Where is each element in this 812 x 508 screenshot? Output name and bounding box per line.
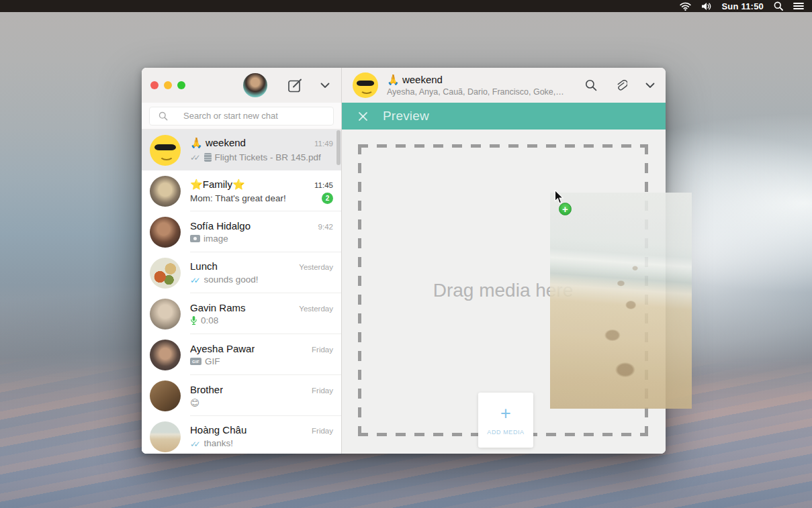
chat-list-item-weekend[interactable]: 🙏 weekend 11:49 Flight Tickets - BR 145.…	[142, 130, 341, 170]
chat-list-item-hoang[interactable]: Hoàng Châu Friday thanks!	[142, 416, 341, 454]
chat-preview: 0:08	[201, 315, 218, 325]
avatar	[150, 299, 181, 329]
read-receipt-icon	[190, 151, 201, 163]
conversation-members: Ayesha, Anya, Cauã, Dario, Francisco, Go…	[387, 87, 565, 97]
chat-list-item-lunch[interactable]: Lunch Yesterday sounds good!	[142, 252, 341, 293]
chat-preview: GIF	[205, 356, 220, 366]
avatar	[150, 421, 181, 452]
scrollbar-thumb[interactable]	[336, 130, 341, 165]
menu-clock[interactable]: Sun 11:50	[722, 1, 764, 11]
wifi-icon[interactable]	[680, 2, 691, 11]
chat-name: Sofía Hidalgo	[190, 220, 251, 232]
conversation-title: 🙏 weekend	[387, 74, 565, 86]
chat-sidebar: 🙏 weekend 11:49 Flight Tickets - BR 145.…	[142, 68, 342, 454]
chat-name: 🙏 weekend	[190, 137, 246, 149]
preview-bar: Preview	[342, 103, 666, 130]
chat-list-item-sofia[interactable]: Sofía Hidalgo 9:42 image	[142, 211, 341, 252]
search-in-chat-icon[interactable]	[585, 79, 597, 91]
camera-icon	[190, 235, 200, 242]
chat-list: 🙏 weekend 11:49 Flight Tickets - BR 145.…	[142, 130, 341, 454]
unread-count-badge: 2	[322, 193, 333, 204]
sunglasses-emoji-avatar	[150, 135, 181, 166]
conversation-header: 🙏 weekend Ayesha, Anya, Cauã, Dario, Fra…	[342, 68, 666, 103]
chat-time: 9:42	[318, 223, 333, 231]
chat-preview: Mom: That's great dear!	[190, 193, 286, 203]
chat-list-item-brother[interactable]: Brother Friday 😊	[142, 375, 341, 416]
window-controls	[150, 81, 185, 89]
chat-preview: thanks!	[204, 438, 234, 448]
chevron-down-icon[interactable]	[645, 83, 655, 89]
attach-paperclip-icon[interactable]	[615, 79, 627, 92]
drag-add-plus-badge	[559, 203, 572, 215]
read-receipt-icon	[190, 438, 201, 450]
sidebar-header	[142, 68, 341, 103]
search-box[interactable]	[149, 107, 334, 125]
user-profile-avatar[interactable]	[243, 73, 267, 97]
avatar	[150, 217, 181, 248]
document-icon	[204, 153, 212, 162]
notification-center-icon[interactable]	[793, 2, 804, 10]
search-input[interactable]	[168, 111, 333, 121]
chat-list-item-ayesha[interactable]: Ayesha Pawar Friday GIF	[142, 334, 341, 375]
chat-list-item-gavin[interactable]: Gavin Rams Yesterday 0:08	[142, 293, 341, 334]
search-row	[142, 103, 341, 130]
chat-list-item-family[interactable]: ⭐Family⭐ 11:45 Mom: That's great dear! 2	[142, 170, 341, 211]
close-preview-icon[interactable]	[358, 111, 368, 121]
chat-name: Hoàng Châu	[190, 424, 246, 436]
chevron-down-icon[interactable]	[320, 83, 330, 89]
chat-preview: image	[204, 234, 228, 244]
chat-time: Friday	[312, 346, 333, 354]
chat-preview: 😊	[190, 397, 199, 408]
conversation-titles: 🙏 weekend Ayesha, Anya, Cauã, Dario, Fra…	[387, 74, 565, 97]
chat-time: 11:45	[314, 181, 333, 189]
chat-preview: Flight Tickets - BR 145.pdf	[215, 152, 321, 162]
chat-time: Friday	[312, 387, 333, 395]
minimize-window-button[interactable]	[164, 81, 172, 89]
preview-title: Preview	[383, 109, 429, 123]
plus-icon: +	[500, 405, 511, 423]
chat-name: Ayesha Pawar	[190, 343, 255, 354]
gif-icon	[190, 358, 201, 365]
chat-time: 11:49	[314, 140, 333, 148]
read-receipt-icon	[190, 274, 201, 286]
chat-preview: sounds good!	[204, 274, 259, 285]
dragged-media-thumbnail[interactable]	[550, 193, 692, 409]
avatar	[150, 176, 181, 207]
chat-name: Gavin Rams	[190, 302, 246, 313]
avatar	[150, 340, 181, 370]
add-media-button[interactable]: + ADD MEDIA	[478, 393, 533, 448]
chat-time: Friday	[312, 427, 333, 435]
new-chat-icon[interactable]	[287, 78, 303, 93]
avatar	[150, 380, 181, 411]
sunglasses-emoji-avatar[interactable]	[353, 72, 378, 98]
chat-time: Yesterday	[299, 263, 333, 271]
volume-icon[interactable]	[701, 2, 712, 11]
chat-name: ⭐Family⭐	[190, 179, 245, 191]
avatar	[150, 258, 181, 289]
microphone-icon	[190, 315, 197, 325]
zoom-window-button[interactable]	[177, 81, 185, 89]
chat-time: Yesterday	[299, 305, 333, 313]
spotlight-search-icon[interactable]	[774, 1, 783, 11]
menu-bar: Sun 11:50	[0, 0, 812, 12]
chat-name: Brother	[190, 384, 223, 395]
add-media-label: ADD MEDIA	[487, 429, 524, 436]
chat-name: Lunch	[190, 260, 218, 272]
close-window-button[interactable]	[150, 81, 159, 89]
search-icon	[159, 111, 168, 121]
